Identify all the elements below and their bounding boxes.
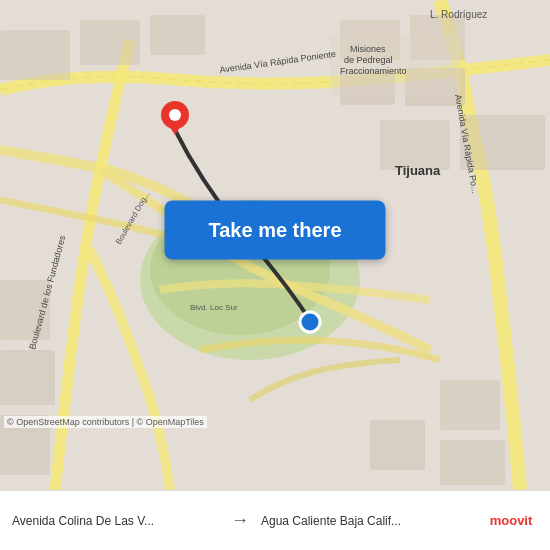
svg-rect-10 xyxy=(80,20,140,65)
svg-text:Misiones: Misiones xyxy=(350,44,386,54)
svg-rect-11 xyxy=(150,15,205,55)
app: Misiones de Pedregal Fraccionamiento Tij… xyxy=(0,0,550,550)
arrow-icon: → xyxy=(231,510,249,531)
svg-text:L. Rodríguez: L. Rodríguez xyxy=(430,9,487,20)
map-container: Misiones de Pedregal Fraccionamiento Tij… xyxy=(0,0,550,490)
svg-rect-15 xyxy=(440,380,500,430)
svg-point-32 xyxy=(300,312,320,332)
route-to-label: Agua Caliente Baja Calif... xyxy=(249,514,480,528)
svg-rect-16 xyxy=(440,440,505,485)
moovit-logo: moovit xyxy=(480,513,550,528)
svg-point-30 xyxy=(169,109,181,121)
take-me-there-button[interactable]: Take me there xyxy=(164,201,385,260)
route-from-label: Avenida Colina De Las V... xyxy=(0,514,231,528)
moovit-logo-text: moovit xyxy=(490,513,533,528)
bottom-bar: Avenida Colina De Las V... → Agua Calien… xyxy=(0,490,550,550)
svg-text:Tijuana: Tijuana xyxy=(395,163,441,178)
map-attribution: © OpenStreetMap contributors | © OpenMap… xyxy=(4,416,207,428)
svg-rect-9 xyxy=(0,30,70,80)
svg-text:Fraccionamiento: Fraccionamiento xyxy=(340,66,407,76)
svg-text:Blvd. Loc Sur: Blvd. Loc Sur xyxy=(190,303,238,312)
svg-text:de Pedregal: de Pedregal xyxy=(344,55,393,65)
svg-rect-13 xyxy=(0,350,55,405)
svg-rect-17 xyxy=(370,420,425,470)
